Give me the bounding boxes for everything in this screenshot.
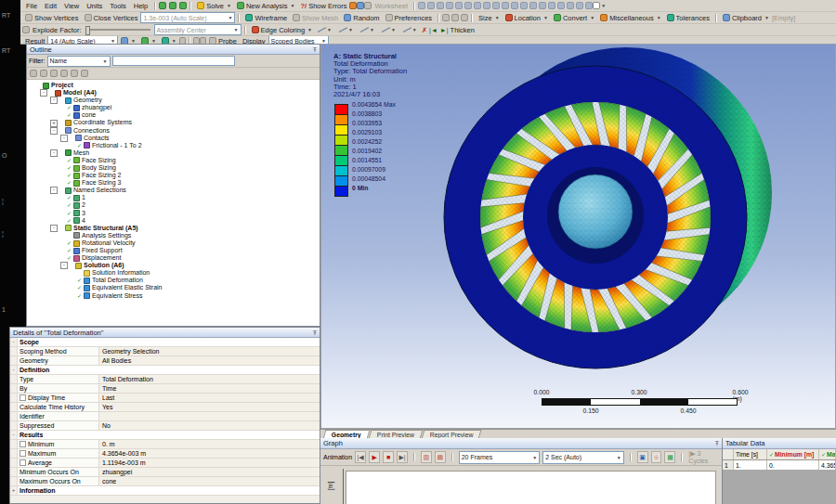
frames-combo[interactable]: 20 Frames▼ bbox=[459, 451, 541, 464]
tree-expander[interactable]: - bbox=[60, 135, 68, 142]
extend-icon[interactable] bbox=[483, 2, 490, 9]
tree-expander[interactable]: - bbox=[50, 127, 58, 135]
thicken-button[interactable]: ►|Thicken bbox=[438, 26, 477, 34]
checkbox-icon[interactable]: ✓ bbox=[769, 451, 774, 458]
magnifier-icon[interactable] bbox=[548, 2, 555, 9]
tree-expander[interactable]: - bbox=[40, 89, 47, 97]
details-section-expander[interactable] bbox=[10, 449, 18, 458]
tree-item[interactable]: ✓ Face Sizing 3 bbox=[27, 179, 320, 187]
lasso-icon[interactable] bbox=[474, 2, 481, 9]
clipboard-dropdown[interactable]: Clipboard▼ bbox=[720, 14, 772, 22]
preferences-button[interactable]: Preferences bbox=[383, 14, 435, 22]
tabular-data-row[interactable]: 1 1. 0. 4.3654e- bbox=[723, 460, 836, 470]
sort-icon[interactable] bbox=[81, 70, 88, 77]
details-section-expander[interactable] bbox=[10, 384, 18, 393]
details-row[interactable]: Geometry All Bodies bbox=[10, 356, 320, 366]
details-section-expander[interactable] bbox=[10, 440, 18, 448]
menu-item[interactable]: Edit bbox=[41, 1, 60, 11]
show-errors-button[interactable]: ?/Show Errors bbox=[297, 2, 349, 10]
run-icon[interactable] bbox=[179, 2, 187, 9]
tree-item[interactable]: Project bbox=[27, 82, 320, 89]
edge-style-5-icon[interactable]: ▼ bbox=[400, 25, 420, 34]
details-section-expander[interactable] bbox=[10, 356, 18, 365]
face-select-icon[interactable] bbox=[446, 2, 453, 9]
tree-item[interactable]: ✓ cone bbox=[27, 111, 320, 119]
wireframe-button[interactable]: Wireframe bbox=[242, 14, 290, 22]
filter-flag-icon[interactable] bbox=[50, 70, 58, 77]
details-row[interactable]: Minimum Occurs On zhuangpei bbox=[10, 468, 320, 477]
turbine-model[interactable] bbox=[321, 45, 835, 429]
tree-item[interactable]: ✓ Equivalent Elastic Strain bbox=[27, 285, 320, 292]
details-section-expander[interactable] bbox=[10, 468, 18, 476]
graphics-viewport[interactable]: A: Static StructuralTotal DeformationTyp… bbox=[320, 44, 836, 429]
vertex-select-icon[interactable] bbox=[427, 2, 435, 9]
menu-item[interactable]: Tools bbox=[106, 1, 130, 11]
tree-item[interactable]: - Connections bbox=[27, 127, 320, 135]
edge-style-4-icon[interactable]: ▼ bbox=[379, 25, 398, 34]
details-row[interactable]: Maximum 4.3654e-003 m bbox=[10, 449, 320, 459]
menu-item[interactable]: View bbox=[60, 1, 83, 11]
new-analysis-button[interactable]: New Analysis▼ bbox=[234, 2, 298, 10]
box-select-icon[interactable] bbox=[464, 2, 472, 9]
details-value[interactable]: 1.1194e-003 m bbox=[99, 459, 320, 467]
details-value[interactable]: 0. m bbox=[99, 440, 320, 448]
zoom-out-icon[interactable] bbox=[520, 2, 528, 9]
pin-icon[interactable]: Ŧ bbox=[715, 440, 719, 446]
direction-icon[interactable]: |◄ bbox=[429, 27, 438, 33]
tolerances-button[interactable]: Tolerances bbox=[664, 14, 712, 22]
details-value[interactable]: Last bbox=[99, 394, 320, 402]
viewports-icon[interactable] bbox=[576, 2, 583, 9]
details-row[interactable]: By Time bbox=[10, 384, 320, 394]
details-section-expander[interactable]: - bbox=[10, 431, 18, 439]
tree-item[interactable]: - Geometry bbox=[27, 97, 320, 104]
expand-all-icon[interactable] bbox=[30, 70, 37, 77]
details-value[interactable]: Geometry Selection bbox=[99, 347, 320, 355]
expand-plus-icon[interactable] bbox=[60, 70, 68, 77]
details-value[interactable]: No bbox=[99, 421, 320, 430]
location-dropdown[interactable]: Location▼ bbox=[503, 14, 551, 22]
details-row[interactable]: Suppressed No bbox=[10, 421, 320, 431]
play-button[interactable]: ▶ bbox=[369, 451, 380, 463]
zoom-box-icon[interactable] bbox=[529, 2, 537, 9]
time-column-header[interactable]: Time [s] bbox=[734, 449, 767, 459]
show-vertices-button[interactable]: Show Vertices bbox=[22, 14, 82, 22]
tree-item[interactable]: + Coordinate Systems bbox=[27, 119, 320, 126]
annotation2-icon[interactable] bbox=[451, 14, 459, 21]
grid-icon[interactable]: ▦ bbox=[664, 451, 675, 463]
menu-item[interactable]: File bbox=[22, 1, 41, 11]
details-value[interactable]: Total Deformation bbox=[99, 375, 320, 383]
first-frame-button[interactable]: |◀ bbox=[355, 451, 366, 463]
refresh-ok-icon[interactable] bbox=[169, 2, 176, 9]
details-value[interactable] bbox=[99, 412, 320, 420]
details-section-expander[interactable] bbox=[10, 347, 18, 355]
annotation3-icon[interactable] bbox=[461, 14, 468, 21]
details-value[interactable]: cone bbox=[99, 477, 320, 485]
details-row[interactable]: Scoping Method Geometry Selection bbox=[10, 347, 320, 356]
details-section-expander[interactable]: - bbox=[10, 338, 18, 346]
details-row[interactable]: + Information bbox=[10, 486, 320, 496]
pan-icon[interactable] bbox=[502, 2, 509, 9]
edge-style-3-icon[interactable]: ▼ bbox=[358, 25, 377, 34]
minimum-cell[interactable]: 0. bbox=[767, 460, 819, 470]
pin-icon[interactable]: Ŧ bbox=[313, 46, 317, 53]
tree-expander[interactable]: - bbox=[50, 97, 58, 104]
tree-item[interactable]: - Contacts bbox=[27, 135, 320, 142]
print-icon[interactable] bbox=[585, 2, 593, 9]
assembly-center-combo[interactable]: Assembly Center▼ bbox=[154, 24, 242, 35]
checkbox-icon[interactable]: ✓ bbox=[821, 451, 826, 458]
details-row[interactable]: - Scope bbox=[10, 338, 320, 347]
details-value[interactable]: All Bodies bbox=[99, 356, 320, 365]
tree-item[interactable]: ✓ 2 bbox=[27, 202, 320, 210]
explode-factor-slider[interactable] bbox=[85, 29, 150, 31]
rotate-icon[interactable] bbox=[492, 2, 500, 9]
filter-combo[interactable]: Name▼ bbox=[47, 56, 111, 67]
maximum-cell[interactable]: 4.3654e- bbox=[819, 460, 836, 470]
details-section-expander[interactable] bbox=[10, 394, 18, 402]
tree-expander[interactable]: + bbox=[50, 120, 58, 127]
edge-coloring-dropdown[interactable]: Edge Coloring▼ bbox=[249, 26, 315, 34]
view-mode-dropdown[interactable] bbox=[593, 2, 600, 9]
tree-item[interactable]: ✓ Equivalent Stress bbox=[27, 292, 320, 300]
collapse-icon[interactable] bbox=[40, 70, 47, 77]
details-section-expander[interactable]: + bbox=[10, 486, 18, 495]
details-row[interactable]: Maximum Occurs On cone bbox=[10, 477, 320, 486]
